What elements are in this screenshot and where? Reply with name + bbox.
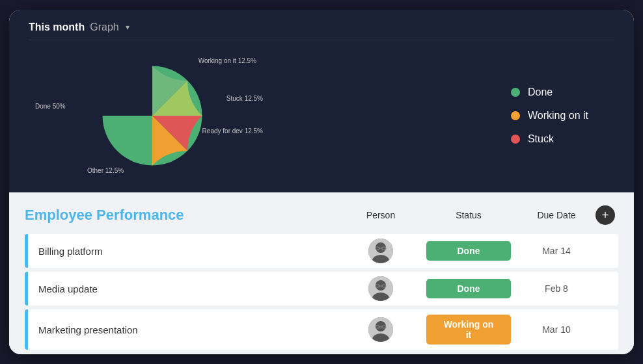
duedate-cell-2: Feb 8 — [521, 283, 592, 294]
task-name-1: Billing platform — [28, 237, 345, 266]
table-section: Employee Performance Person Status Due D… — [9, 192, 634, 354]
legend-label-stuck: Stuck — [528, 133, 554, 145]
chart-body: Working on it 12.5% Stuck 12.5% Ready fo… — [29, 51, 614, 181]
legend-label-working: Working on it — [528, 110, 588, 122]
add-task-button[interactable]: + — [595, 205, 615, 225]
duedate-cell-1: Mar 14 — [521, 246, 592, 256]
status-badge-2: Done — [426, 279, 511, 298]
label-done: Done 50% — [35, 103, 66, 110]
pie-chart-container: Working on it 12.5% Stuck 12.5% Ready fo… — [29, 51, 276, 181]
avatar-2 — [368, 276, 393, 301]
avatar-svg-2 — [368, 276, 393, 301]
chart-legend: Done Working on it Stuck — [511, 86, 614, 145]
duedate-cell-3: Mar 10 — [521, 324, 592, 335]
chart-section: This month Graph ▾ — [9, 10, 634, 192]
add-button-container: + — [592, 205, 618, 225]
person-cell-1 — [345, 239, 417, 263]
chart-header: This month Graph ▾ — [29, 21, 614, 40]
avatar-svg-3 — [368, 317, 393, 342]
column-header-status: Status — [417, 210, 521, 220]
status-cell-3: Working on it — [417, 309, 521, 350]
status-badge-3: Working on it — [426, 315, 511, 344]
avatar-1 — [368, 239, 393, 263]
status-cell-2: Done — [417, 274, 521, 304]
chart-title-bold: This month — [29, 21, 85, 33]
status-cell-1: Done — [417, 236, 521, 266]
person-cell-3 — [345, 317, 417, 342]
label-ready-for-dev: Ready for dev 12.5% — [202, 127, 263, 135]
legend-item-done: Done — [511, 86, 588, 98]
avatar-svg-1 — [368, 239, 393, 263]
table-title: Employee Performance — [25, 207, 345, 224]
table-header-row: Employee Performance Person Status Due D… — [25, 205, 618, 225]
pie-chart-svg — [97, 60, 208, 171]
column-header-person: Person — [345, 210, 417, 220]
legend-dot-done — [511, 88, 520, 97]
status-badge-1: Done — [426, 241, 511, 261]
legend-dot-stuck — [511, 135, 520, 144]
legend-label-done: Done — [528, 86, 553, 98]
chart-title-normal: Graph — [90, 21, 118, 33]
legend-dot-working — [511, 111, 520, 120]
svg-point-7 — [376, 280, 386, 291]
svg-point-1 — [376, 242, 386, 253]
device-frame: This month Graph ▾ — [9, 10, 634, 354]
task-name-3: Marketing presentation — [28, 315, 345, 344]
legend-item-stuck: Stuck — [511, 133, 588, 145]
svg-point-13 — [376, 321, 386, 332]
column-header-duedate: Due Date — [521, 210, 592, 220]
table-row: Marketing presentation Working on it Mar — [25, 309, 618, 350]
table-row: Media update Done Feb 8 — [25, 272, 618, 306]
chart-dropdown-arrow[interactable]: ▾ — [126, 23, 130, 32]
table-row: Billing platform Done Mar 1 — [25, 234, 618, 268]
person-cell-2 — [345, 276, 417, 301]
avatar-3 — [368, 317, 393, 342]
task-name-2: Media update — [28, 274, 345, 304]
legend-item-working: Working on it — [511, 110, 588, 122]
label-stuck: Stuck 12.5% — [226, 95, 263, 102]
